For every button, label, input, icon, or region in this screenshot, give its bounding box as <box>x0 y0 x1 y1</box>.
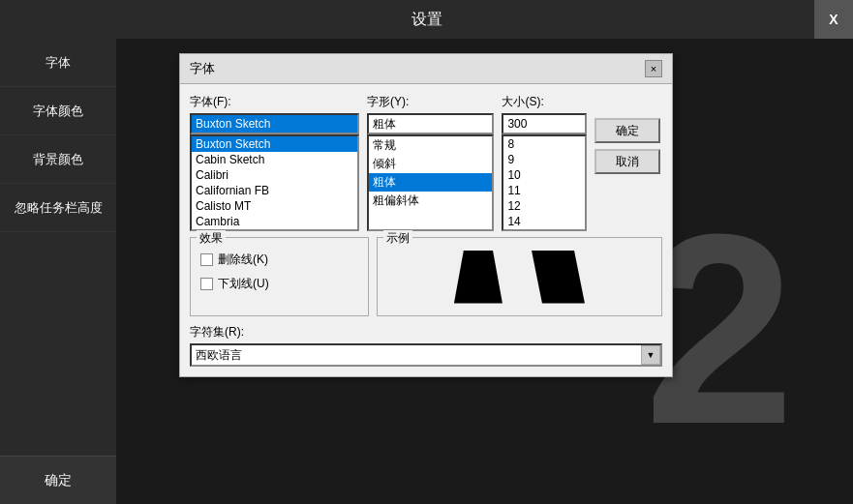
cancel-button[interactable]: 取消 <box>594 149 660 174</box>
strikethrough-label: 删除线(K) <box>218 252 268 268</box>
font-column-label: 字体(F): <box>190 94 359 110</box>
listbox-item[interactable]: Calisto MT <box>192 198 357 214</box>
preview-box: 示例 <box>377 237 662 316</box>
strikethrough-item[interactable]: 删除线(K) <box>200 252 358 268</box>
bottom-section: 效果 删除线(K) 下划线(U) 示例 <box>190 237 662 316</box>
underline-label: 下划线(U) <box>218 276 269 292</box>
font-size-input[interactable] <box>502 113 587 134</box>
sidebar-item-bg-color[interactable]: 背景颜色 <box>0 135 116 184</box>
sidebar-item-taskbar[interactable]: 忽略任务栏高度 <box>0 184 116 232</box>
dialog-close-button[interactable]: × <box>645 60 662 77</box>
size-listbox[interactable]: 8 9 10 11 12 14 16 <box>502 134 587 231</box>
effects-legend: 效果 <box>197 230 226 247</box>
listbox-item[interactable]: 常规 <box>369 136 492 155</box>
charset-row: 字符集(R): 西欧语言 Unicode 中文(简体) ▼ <box>190 324 662 367</box>
sidebar-item-font[interactable]: 字体 <box>0 39 116 87</box>
underline-checkbox[interactable] <box>200 278 213 290</box>
listbox-item[interactable]: Buxton Sketch <box>192 136 357 152</box>
charset-wrapper: 西欧语言 Unicode 中文(简体) ▼ <box>190 343 662 367</box>
dialog-title: 字体 <box>190 60 215 77</box>
style-column: 字形(Y): 常规 倾斜 粗体 粗偏斜体 <box>367 94 494 231</box>
font-dialog: 字体 × 字体(F): Buxton Sketch Cabin Sketch C… <box>179 53 673 377</box>
style-column-label: 字形(Y): <box>367 94 494 110</box>
sidebar-spacer <box>0 232 116 456</box>
app-title-bar: 设置 X <box>0 0 853 39</box>
preview-legend: 示例 <box>383 230 412 247</box>
size-column-label: 大小(S): <box>502 94 587 110</box>
app-close-button[interactable]: X <box>814 0 853 39</box>
size-column: 大小(S): 8 9 10 11 12 14 16 <box>502 94 587 231</box>
listbox-item[interactable]: Californian FB <box>192 183 357 198</box>
effects-box: 效果 删除线(K) 下划线(U) <box>190 237 369 316</box>
confirm-button[interactable]: 确定 <box>594 118 660 143</box>
font-name-input[interactable] <box>190 113 359 134</box>
strikethrough-checkbox[interactable] <box>200 253 213 266</box>
font-style-input[interactable] <box>367 113 494 134</box>
listbox-item[interactable]: 14 <box>503 214 585 229</box>
listbox-item[interactable]: Cabin Sketch <box>192 152 357 167</box>
listbox-item[interactable]: 10 <box>503 167 585 183</box>
preview-shape-1 <box>454 251 503 304</box>
listbox-item[interactable]: 8 <box>503 136 585 152</box>
app-title: 设置 <box>411 10 442 30</box>
sidebar-item-font-color[interactable]: 字体颜色 <box>0 87 116 135</box>
listbox-item[interactable]: 16 <box>503 229 585 231</box>
listbox-item[interactable]: Calibri <box>192 167 357 183</box>
font-columns-row: 字体(F): Buxton Sketch Cabin Sketch Calibr… <box>190 94 662 231</box>
sidebar-confirm-button[interactable]: 确定 <box>0 456 116 504</box>
listbox-item[interactable]: 9 <box>503 152 585 167</box>
dialog-title-bar: 字体 × <box>180 54 672 84</box>
charset-label: 字符集(R): <box>190 324 662 341</box>
preview-shape-2 <box>532 251 585 304</box>
charset-select[interactable]: 西欧语言 Unicode 中文(简体) <box>190 343 662 367</box>
sidebar: 字体 字体颜色 背景颜色 忽略任务栏高度 确定 <box>0 39 116 504</box>
font-column: 字体(F): Buxton Sketch Cabin Sketch Calibr… <box>190 94 359 231</box>
listbox-item[interactable]: 12 <box>503 198 585 214</box>
preview-content <box>378 238 661 315</box>
listbox-item[interactable]: 粗体 <box>369 173 492 192</box>
underline-item[interactable]: 下划线(U) <box>200 276 358 292</box>
button-column: 确定 取消 <box>594 94 662 174</box>
style-listbox[interactable]: 常规 倾斜 粗体 粗偏斜体 <box>367 134 494 231</box>
dialog-body: 字体(F): Buxton Sketch Cabin Sketch Calibr… <box>180 84 672 376</box>
listbox-item[interactable]: Cambria <box>192 214 357 229</box>
font-listbox[interactable]: Buxton Sketch Cabin Sketch Calibri Calif… <box>190 134 359 231</box>
listbox-item[interactable]: 11 <box>503 183 585 198</box>
listbox-item[interactable]: 粗偏斜体 <box>369 192 492 210</box>
listbox-item[interactable]: 倾斜 <box>369 155 492 173</box>
